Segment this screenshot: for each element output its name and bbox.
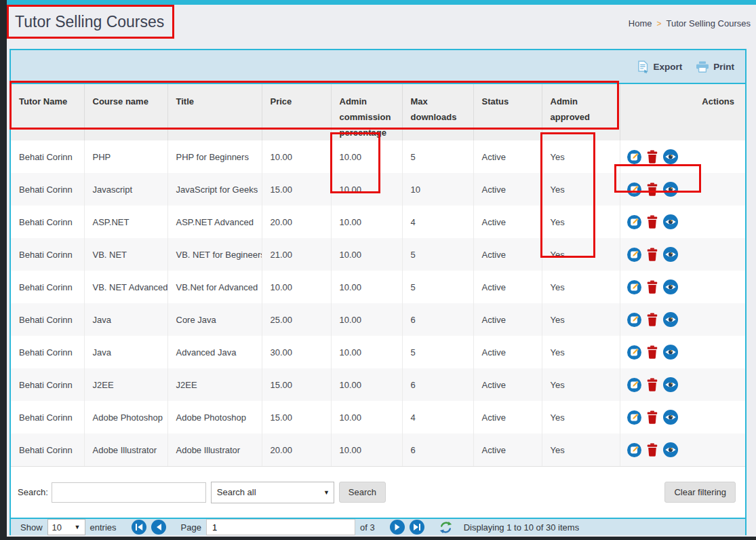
cell-title: Adobe Photoshop (167, 401, 262, 433)
row-actions (627, 279, 746, 294)
cell-admin-commission-percentage: 10.00 (331, 303, 402, 336)
entries-select-wrap: 10 (47, 519, 85, 535)
search-input[interactable] (52, 482, 206, 503)
view-action-button[interactable] (663, 410, 678, 425)
cell-tutor-name: Behati Corinn (11, 368, 84, 401)
search-button[interactable]: Search (339, 482, 386, 503)
edit-action-button[interactable] (627, 215, 641, 229)
view-action-button[interactable] (663, 312, 678, 327)
view-action-button[interactable] (663, 279, 678, 294)
edit-icon (627, 345, 641, 360)
cell-tutor-name: Behati Corinn (11, 173, 84, 206)
table-row: Behati CorinnAdobe IllustratorAdobe Illu… (11, 433, 745, 466)
cell-price: 20.00 (262, 433, 331, 466)
cell-max-downloads: 5 (402, 271, 473, 303)
export-button[interactable]: Export (637, 60, 682, 73)
row-actions (627, 312, 746, 327)
delete-action-button[interactable] (647, 215, 658, 229)
delete-action-button[interactable] (647, 378, 658, 391)
row-actions (627, 410, 746, 425)
cell-max-downloads: 5 (402, 336, 473, 368)
cell-price: 21.00 (262, 238, 331, 271)
next-page-icon (390, 520, 405, 535)
table-row: Behati CorinnPHPPHP for Beginners10.0010… (11, 140, 745, 173)
cell-price: 30.00 (262, 336, 331, 368)
view-action-button[interactable] (663, 182, 678, 197)
cell-status: Active (473, 271, 542, 303)
next-page-button[interactable] (390, 520, 405, 535)
edit-action-button[interactable] (627, 280, 641, 294)
cell-status: Active (473, 368, 542, 401)
delete-action-button[interactable] (647, 443, 658, 457)
cell-course-name: VB. NET (84, 238, 167, 271)
view-action-button[interactable] (663, 247, 678, 262)
eye-icon (663, 345, 678, 360)
view-action-button[interactable] (663, 149, 678, 164)
print-label: Print (713, 62, 734, 72)
edit-action-button[interactable] (627, 345, 641, 360)
table-body: Behati CorinnPHPPHP for Beginners10.0010… (11, 140, 745, 466)
breadcrumb-separator-icon: > (656, 19, 661, 28)
edit-icon (627, 182, 641, 197)
cell-admin-approved: Yes (542, 336, 620, 368)
page-number-input[interactable] (206, 519, 355, 535)
edit-action-button[interactable] (627, 443, 641, 457)
cell-admin-approved: Yes (542, 140, 620, 173)
entries-select[interactable]: 10 (47, 519, 85, 535)
cell-admin-commission-percentage: 10.00 (331, 368, 402, 401)
cell-tutor-name: Behati Corinn (11, 238, 84, 271)
delete-action-button[interactable] (647, 410, 658, 424)
cell-course-name: J2EE (84, 368, 167, 401)
cell-tutor-name: Behati Corinn (11, 303, 84, 336)
view-action-button[interactable] (663, 377, 678, 392)
edit-action-button[interactable] (627, 182, 641, 197)
view-action-button[interactable] (663, 442, 678, 457)
cell-admin-approved: Yes (542, 303, 620, 336)
first-page-button[interactable] (132, 520, 146, 535)
delete-action-button[interactable] (647, 313, 658, 326)
last-page-button[interactable] (410, 520, 424, 535)
eye-icon (663, 247, 678, 262)
cell-actions (620, 173, 745, 206)
row-actions (627, 345, 746, 360)
edit-icon (627, 378, 641, 392)
cell-tutor-name: Behati Corinn (11, 271, 84, 303)
export-label: Export (653, 62, 682, 72)
cell-admin-approved: Yes (542, 433, 620, 466)
delete-action-button[interactable] (647, 248, 658, 261)
refresh-button[interactable] (439, 521, 452, 534)
delete-action-button[interactable] (647, 150, 658, 163)
clear-filtering-button[interactable]: Clear filtering (664, 482, 736, 503)
cell-title: Core Java (167, 303, 262, 336)
cell-actions (620, 401, 745, 433)
edit-action-button[interactable] (627, 313, 641, 327)
trash-icon (647, 410, 658, 424)
cell-admin-commission-percentage: 10.00 (331, 336, 402, 368)
cell-max-downloads: 4 (402, 401, 473, 433)
edit-action-button[interactable] (627, 150, 641, 164)
cell-admin-approved: Yes (542, 271, 620, 303)
print-button[interactable]: Print (696, 61, 734, 73)
cell-max-downloads: 10 (402, 173, 473, 206)
edit-action-button[interactable] (627, 410, 641, 425)
cell-course-name: PHP (84, 140, 167, 173)
search-bar: Search: Search all Search Clear filterin… (11, 466, 745, 518)
cell-course-name: Java (84, 336, 167, 368)
search-scope-select[interactable]: Search all (211, 482, 334, 503)
delete-action-button[interactable] (647, 345, 658, 359)
cell-title: Adobe Illustrator (167, 433, 262, 466)
table-row: Behati CorinnJ2EEJ2EE15.0010.006ActiveYe… (11, 368, 745, 401)
cell-price: 25.00 (262, 303, 331, 336)
edit-icon (627, 280, 641, 294)
breadcrumb-home-link[interactable]: Home (629, 18, 652, 28)
cell-title: PHP for Beginners (167, 140, 262, 173)
cell-course-name: ASP.NET (84, 206, 167, 238)
edit-action-button[interactable] (627, 378, 641, 392)
delete-action-button[interactable] (647, 280, 658, 294)
delete-action-button[interactable] (647, 182, 658, 196)
view-action-button[interactable] (663, 345, 678, 360)
view-action-button[interactable] (663, 214, 678, 229)
previous-page-button[interactable] (151, 520, 166, 535)
cell-admin-commission-percentage: 10.00 (331, 173, 402, 206)
edit-action-button[interactable] (627, 248, 641, 262)
